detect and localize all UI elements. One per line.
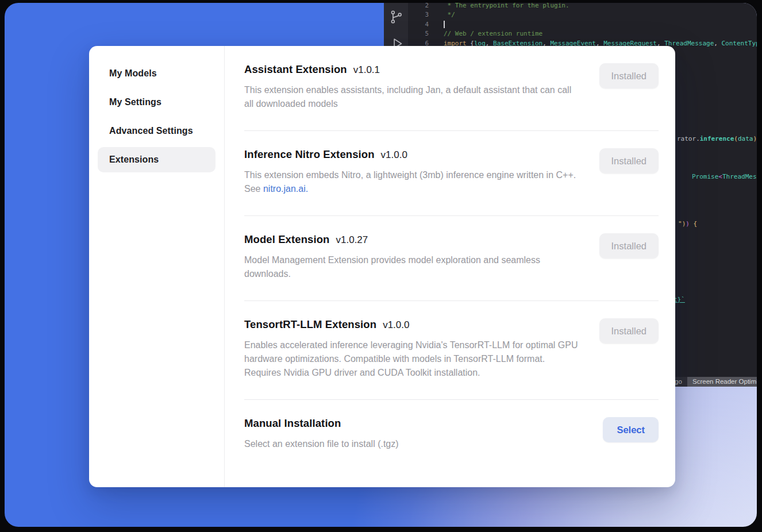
code-token: Promise xyxy=(692,173,718,180)
installed-button[interactable]: Installed xyxy=(599,318,659,344)
extension-title: Inference Nitro Extension xyxy=(244,148,375,161)
extension-version: v1.0.1 xyxy=(353,64,380,76)
code-token: rator xyxy=(677,135,696,142)
code-token: ThreadMessage xyxy=(722,173,757,180)
description-text: Model Management Extension provides mode… xyxy=(244,255,540,279)
code-token: inference xyxy=(700,135,734,142)
code-fragment: rator.inference(data)); xyxy=(677,135,757,143)
code-fragment: ")) { xyxy=(678,220,697,228)
settings-modal: My ModelsMy SettingsAdvanced SettingsExt… xyxy=(89,46,675,487)
extension-info: Assistant Extensionv1.0.1This extension … xyxy=(244,63,580,111)
screenshot-stage: 2 * The entrypoint for the plugin.3 */45… xyxy=(0,0,762,532)
code-token: * The entrypoint for the plugin. xyxy=(444,3,569,9)
extension-description: This extension enables assistants, inclu… xyxy=(244,83,580,111)
description-link[interactable]: nitro.jan.ai. xyxy=(263,184,308,194)
extension-title: Model Extension xyxy=(244,233,330,246)
code-line: 4 xyxy=(408,20,757,29)
code-token: */ xyxy=(444,11,455,18)
extension-version: v1.0.0 xyxy=(383,319,409,331)
extension-row: Manual InstallationSelect an extension f… xyxy=(244,400,659,471)
code-token: ( xyxy=(734,135,738,142)
extension-description: Enables accelerated inference leveraging… xyxy=(244,338,580,380)
code-line: 3 */ xyxy=(408,10,757,20)
status-bar-text: go xyxy=(675,378,682,385)
extensions-list: Assistant Extensionv1.0.1This extension … xyxy=(225,46,675,487)
code-line: 2 * The entrypoint for the plugin. xyxy=(408,3,757,10)
code-token: { xyxy=(694,220,698,228)
installed-button[interactable]: Installed xyxy=(599,148,659,174)
extension-info: Model Extensionv1.0.27Model Management E… xyxy=(244,233,580,281)
select-file-button[interactable]: Select xyxy=(603,417,659,442)
code-token: ) xyxy=(686,220,693,228)
extension-version: v1.0.27 xyxy=(336,234,368,246)
extension-info: TensortRT-LLM Extensionv1.0.0Enables acc… xyxy=(244,318,580,380)
line-number: 4 xyxy=(408,20,429,29)
extension-row: Assistant Extensionv1.0.1This extension … xyxy=(244,46,659,131)
code-token: data xyxy=(738,135,753,142)
code-token: // Web / extension runtime xyxy=(444,30,542,37)
code-fragment: Promise<ThreadMessage> xyxy=(692,173,757,181)
extension-title: TensortRT-LLM Extension xyxy=(244,318,376,331)
sidebar-item-my-settings[interactable]: My Settings xyxy=(98,90,215,115)
extension-title: Manual Installation xyxy=(244,417,341,430)
extension-info: Manual InstallationSelect an extension f… xyxy=(244,417,580,451)
description-text: Enables accelerated inference leveraging… xyxy=(244,340,578,377)
installed-button[interactable]: Installed xyxy=(599,63,659,88)
extension-description: This extension embeds Nitro, a lightweig… xyxy=(244,168,580,196)
extension-row: Inference Nitro Extensionv1.0.0This exte… xyxy=(244,131,659,216)
screen-reader-optimized-badge[interactable]: Screen Reader Optimized xyxy=(687,377,757,387)
code-token: . xyxy=(696,135,700,142)
extension-description: Model Management Extension provides mode… xyxy=(244,253,580,281)
extension-description: Select an extension file to install (.tg… xyxy=(244,437,580,451)
desktop-window: 2 * The entrypoint for the plugin.3 */45… xyxy=(5,3,757,527)
extension-version: v1.0.0 xyxy=(381,149,407,161)
extension-row: TensortRT-LLM Extensionv1.0.0Enables acc… xyxy=(244,301,659,400)
sidebar-item-advanced-settings[interactable]: Advanced Settings xyxy=(98,118,215,144)
source-control-icon[interactable] xyxy=(388,9,404,25)
extension-row: Model Extensionv1.0.27Model Management E… xyxy=(244,216,659,301)
description-text: This extension enables assistants, inclu… xyxy=(244,85,571,109)
code-token: , xyxy=(714,40,721,47)
line-number: 5 xyxy=(408,29,429,38)
code-token: ThreadMessage xyxy=(664,40,714,47)
code-token: < xyxy=(718,173,722,180)
extension-info: Inference Nitro Extensionv1.0.0This exte… xyxy=(244,148,580,196)
settings-sidebar: My ModelsMy SettingsAdvanced SettingsExt… xyxy=(89,46,225,487)
sidebar-item-extensions[interactable]: Extensions xyxy=(98,147,215,172)
code-line: 5// Web / extension runtime xyxy=(408,29,757,38)
line-number: 2 xyxy=(408,3,429,10)
code-token: " xyxy=(678,220,682,228)
extension-title: Assistant Extension xyxy=(244,63,347,76)
installed-button[interactable]: Installed xyxy=(599,233,659,259)
description-text: Select an extension file to install (.tg… xyxy=(244,439,399,449)
sidebar-item-my-models[interactable]: My Models xyxy=(98,61,215,86)
line-number: 3 xyxy=(408,10,429,20)
code-token: ContentType xyxy=(722,40,757,47)
text-cursor xyxy=(444,21,445,28)
